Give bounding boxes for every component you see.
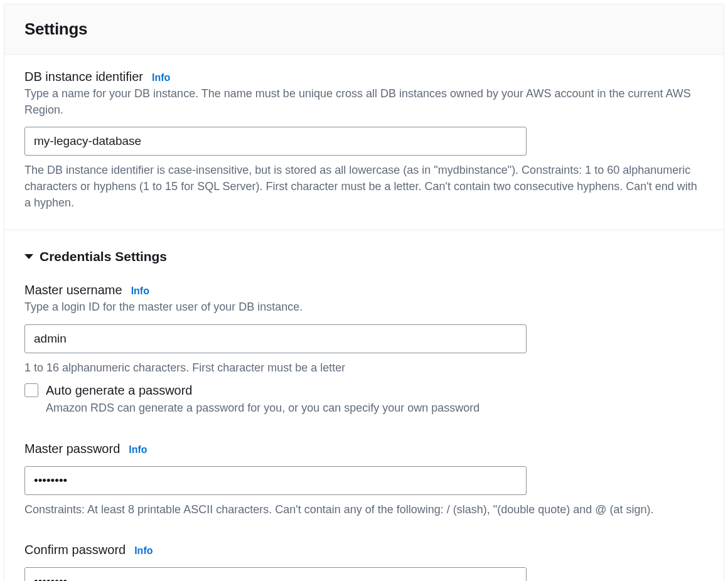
confirm-label: Confirm password (24, 543, 126, 557)
username-label-row: Master username Info (24, 283, 704, 297)
username-label: Master username (24, 283, 122, 297)
username-description: Type a login ID for the master user of y… (24, 299, 704, 315)
credentials-header[interactable]: Credentials Settings (24, 249, 704, 264)
autogen-checkbox[interactable] (24, 383, 38, 397)
password-label-row: Master password Info (24, 442, 704, 456)
identifier-constraint: The DB instance identifier is case-insen… (24, 162, 704, 211)
identifier-description: Type a name for your DB instance. The na… (24, 85, 704, 118)
confirm-label-row: Confirm password Info (24, 543, 704, 557)
caret-down-icon (24, 254, 33, 259)
credentials-title: Credentials Settings (40, 249, 167, 264)
password-input[interactable] (24, 466, 527, 495)
password-constraint: Constraints: At least 8 printable ASCII … (24, 501, 704, 518)
confirm-input[interactable] (24, 567, 527, 581)
panel-title: Settings (24, 19, 704, 39)
panel-body: DB instance identifier Info Type a name … (4, 55, 724, 581)
autogen-row: Auto generate a password Amazon RDS can … (24, 382, 704, 417)
section-divider (4, 230, 724, 230)
identifier-info-link[interactable]: Info (152, 72, 170, 83)
username-input[interactable] (24, 324, 527, 353)
identifier-label: DB instance identifier (24, 70, 143, 84)
identifier-label-row: DB instance identifier Info (24, 70, 704, 84)
autogen-label: Auto generate a password (46, 382, 479, 398)
identifier-input[interactable] (24, 127, 527, 156)
username-info-link[interactable]: Info (131, 285, 149, 297)
credentials-section: Credentials Settings Master username Inf… (24, 249, 704, 581)
username-constraint: 1 to 16 alphanumeric characters. First c… (24, 360, 704, 376)
password-label: Master password (24, 442, 120, 456)
autogen-content: Auto generate a password Amazon RDS can … (46, 382, 479, 417)
settings-panel: Settings DB instance identifier Info Typ… (4, 4, 724, 581)
panel-header: Settings (4, 4, 724, 55)
confirm-info-link[interactable]: Info (134, 545, 153, 557)
autogen-description: Amazon RDS can generate a password for y… (46, 400, 479, 417)
password-info-link[interactable]: Info (129, 444, 147, 456)
